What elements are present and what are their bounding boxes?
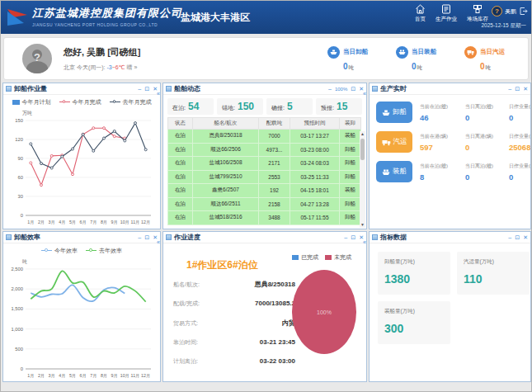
table-cell: 03-23 08:00: [290, 143, 340, 157]
table-cell: 卸船: [340, 157, 361, 171]
column-header[interactable]: 状态: [168, 118, 193, 130]
zoom-level[interactable]: 100%: [335, 87, 347, 92]
table-cell: 2158: [259, 197, 290, 211]
panel-controls: –⊡✕: [344, 234, 364, 241]
table-row[interactable]: 在泊盐城799/2510255303-25 11:33卸船: [168, 170, 361, 184]
svg-text:3月: 3月: [49, 220, 55, 225]
button-label: 卸船: [393, 107, 407, 117]
column-header[interactable]: 配载吨: [259, 118, 290, 130]
column-header[interactable]: 装卸: [340, 118, 361, 130]
splitter-collapse-icon[interactable]: «: [363, 239, 366, 245]
close-icon[interactable]: ✕: [523, 86, 528, 92]
logout-icon[interactable]: [519, 7, 528, 16]
minimize-icon[interactable]: –: [138, 234, 141, 240]
stat-value: 5: [287, 101, 293, 112]
truck-icon: [382, 139, 391, 146]
svg-text:1,500: 1,500: [11, 306, 23, 311]
table-cell: 2171: [259, 157, 290, 171]
ship-stats: 在泊:54 锚地:150 确报:5 预报:15: [163, 95, 366, 117]
load-ship-icon: [396, 46, 408, 59]
nav-inventory[interactable]: 堆场库存: [467, 4, 488, 23]
legend-item[interactable]: 今年效率: [41, 247, 78, 255]
legend-swatch: [110, 100, 120, 105]
weather-text[interactable]: 北京 今天(周一): -3~6℃ 晴 »: [64, 64, 141, 72]
legend-item[interactable]: 已完成: [292, 253, 318, 262]
popout-icon[interactable]: ⊡: [515, 234, 520, 241]
table-row[interactable]: 在泊顺达66/25064973...03-23 08:00卸船: [168, 143, 361, 157]
scroll-down-icon[interactable]: ▼: [360, 222, 365, 228]
legend-item[interactable]: 今年月计划: [12, 98, 51, 106]
prod-col: 当前在泊(艘)46: [420, 103, 463, 122]
company-name-en: JIANGSU YANCHENG PORT HOLDING GROUP CO.,…: [32, 22, 182, 27]
splitter-collapse-icon[interactable]: «: [157, 91, 160, 97]
app-root: 江苏盐城港控股集团有限公司 JIANGSU YANCHENG PORT HOLD…: [0, 0, 532, 392]
panel-ship-dynamics: 船舶动态 –100%⊡✕ 在泊:54 锚地:150 确报:5 预报:15 状态船…: [162, 83, 367, 229]
svg-text:9月: 9月: [111, 220, 118, 225]
greeting-block: 您好, 吴鹏 [司磅组] 北京 今天(周一): -3~6℃ 晴 »: [64, 46, 141, 72]
svg-text:11月: 11月: [131, 373, 140, 379]
minimize-icon[interactable]: –: [344, 234, 347, 240]
column-header[interactable]: 船名/航次: [193, 118, 259, 130]
svg-text:6月: 6月: [80, 373, 87, 379]
popout-icon[interactable]: ⊡: [351, 86, 355, 92]
table-row[interactable]: 在泊盐城106/2508217103-24 08:03卸船: [168, 157, 361, 171]
popout-icon[interactable]: ⊡: [144, 86, 149, 92]
avatar[interactable]: ?: [22, 44, 52, 73]
legend-swatch: [41, 248, 52, 253]
popout-icon[interactable]: ⊡: [144, 234, 149, 241]
table-row[interactable]: 在泊恩典8/250318700003-17 13:27装船: [168, 130, 361, 144]
panel-header: 作业进度 –⊡✕: [163, 232, 366, 243]
table-scrollbar[interactable]: ▲ ▼: [360, 131, 365, 228]
panel-controls: –⊡✕: [138, 86, 158, 92]
progress-pie-chart: 100%: [292, 270, 356, 354]
nav-home[interactable]: 首页: [415, 4, 426, 23]
minimize-icon[interactable]: –: [138, 86, 141, 92]
splitter-collapse-icon[interactable]: «: [157, 239, 160, 245]
load-button[interactable]: 装船: [376, 161, 412, 182]
legend-item[interactable]: 未完成: [325, 253, 351, 262]
table-cell: 在泊: [168, 211, 193, 225]
panel-header: 指标数据 –⊡✕: [370, 232, 530, 243]
stat-daily-load: 当日装船 0吨: [396, 46, 436, 72]
nav-production[interactable]: 生产作业: [435, 4, 457, 23]
prod-col: 当前在泊(艘)8: [420, 163, 463, 182]
stat-value: 15: [337, 101, 347, 112]
legend-label: 去年月完成: [123, 98, 152, 106]
minimize-icon[interactable]: –: [328, 86, 332, 92]
panel-header: 卸船效率 –⊡✕: [3, 232, 160, 243]
unload-button[interactable]: 卸船: [376, 102, 412, 123]
company-name: 江苏盐城港控股集团有限公司: [32, 6, 182, 21]
splitter-collapse-icon[interactable]: «: [363, 91, 366, 97]
table-row[interactable]: 在泊顺达66/2511215804-27 13:28卸船: [168, 197, 361, 211]
production-row-unload: 卸船 当前在泊(艘)46 当日离泊(艘)0 日作业量(吨)0: [376, 102, 525, 123]
table-cell: 顺达66/2511: [193, 197, 259, 211]
svg-text:10月: 10月: [120, 373, 129, 379]
table-row[interactable]: 在泊盐城518/2516348805-17 11:55卸船: [168, 211, 361, 225]
stat-anchorage: 锚地:150: [217, 98, 263, 115]
popout-icon[interactable]: ⊡: [351, 234, 355, 241]
close-icon[interactable]: ✕: [523, 234, 528, 241]
weather-high: ~6℃: [112, 64, 125, 70]
user-chip[interactable]: ? 吴鹏: [492, 6, 528, 17]
panel-icon: [6, 86, 12, 92]
stat-value: 54: [188, 101, 199, 112]
minimize-icon[interactable]: –: [508, 234, 511, 240]
chart-legend: 今年效率去年效率: [3, 245, 160, 256]
popout-icon[interactable]: ⊡: [515, 86, 520, 92]
legend-item[interactable]: 去年月完成: [110, 98, 152, 106]
date-value: 2025-12-15: [481, 22, 508, 28]
scroll-up-icon[interactable]: ▲: [360, 131, 365, 137]
stat-daily-truck: 当日汽运 0吨: [464, 46, 505, 72]
legend-item[interactable]: 今年月完成: [59, 98, 101, 106]
svg-text:120: 120: [15, 137, 23, 142]
legend-item[interactable]: 去年效率: [86, 247, 122, 255]
scrollbar-thumb[interactable]: [360, 139, 365, 160]
stat-value: 150: [238, 101, 254, 112]
table-row[interactable]: 在泊鑫懋6/250719204-15 18:01装船: [168, 184, 361, 198]
column-header[interactable]: 预抵时间: [290, 118, 340, 130]
panel-job-progress: 作业进度 –⊡✕ 1#作业区6#泊位 船名/航次:恩典8/250318 配载/完…: [162, 231, 367, 382]
truck-button[interactable]: 汽运: [376, 131, 412, 153]
panel-title: 生产实时: [380, 84, 407, 93]
job-fields: 船名/航次:恩典8/250318 配载/完成:7000/13085.2 贸易方式…: [173, 280, 295, 376]
minimize-icon[interactable]: –: [508, 86, 511, 92]
